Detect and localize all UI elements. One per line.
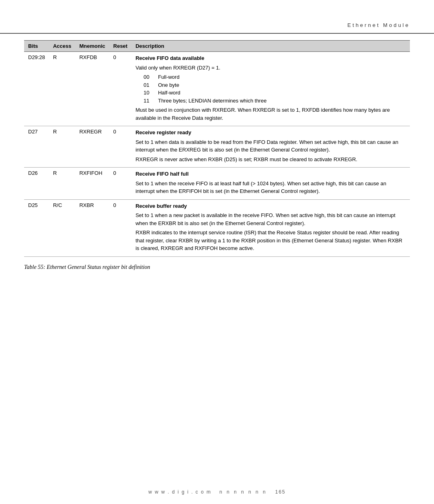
cell-description: Receive buffer readySet to 1 when a new … <box>131 199 410 256</box>
cell-description: Receive FIFO data availableValid only wh… <box>131 52 410 126</box>
cell-mnemonic: RXFDB <box>75 52 109 126</box>
page-header: Ethernet Module <box>0 0 434 34</box>
cell-bits: D25 <box>24 199 49 256</box>
col-description: Description <box>131 41 410 52</box>
col-bits: Bits <box>24 41 49 52</box>
col-reset: Reset <box>109 41 131 52</box>
table-row: D26RRXFIFOH0Receive FIFO half fullSet to… <box>24 168 410 200</box>
cell-access: R/C <box>49 199 76 256</box>
cell-access: R <box>49 52 76 126</box>
col-access: Access <box>49 41 76 52</box>
footer-page: 165 <box>275 489 286 495</box>
col-mnemonic: Mnemonic <box>75 41 109 52</box>
cell-reset: 0 <box>109 126 131 168</box>
cell-description: Receive FIFO half fullSet to 1 when the … <box>131 168 410 200</box>
cell-description: Receive register readySet to 1 when data… <box>131 126 410 168</box>
cell-mnemonic: RXREGR <box>75 126 109 168</box>
register-table: Bits Access Mnemonic Reset Description D… <box>24 40 410 257</box>
footer-website: w w w . d i g i . c o m <box>148 489 211 495</box>
footer-dots: n n n n n n n <box>219 489 267 495</box>
cell-reset: 0 <box>109 168 131 200</box>
cell-mnemonic: RXFIFOH <box>75 168 109 200</box>
table-header-row: Bits Access Mnemonic Reset Description <box>24 41 410 52</box>
cell-bits: D26 <box>24 168 49 200</box>
cell-reset: 0 <box>109 199 131 256</box>
header-title: Ethernet Module <box>348 22 410 28</box>
cell-mnemonic: RXBR <box>75 199 109 256</box>
main-content: Bits Access Mnemonic Reset Description D… <box>24 40 410 472</box>
cell-access: R <box>49 126 76 168</box>
cell-bits: D27 <box>24 126 49 168</box>
cell-access: R <box>49 168 76 200</box>
table-row: D25R/CRXBR0Receive buffer readySet to 1 … <box>24 199 410 256</box>
table-caption: Table 55: Ethernet General Status regist… <box>24 264 410 270</box>
table-row: D29:28RRXFDB0Receive FIFO data available… <box>24 52 410 126</box>
table-row: D27RRXREGR0Receive register readySet to … <box>24 126 410 168</box>
cell-bits: D29:28 <box>24 52 49 126</box>
cell-reset: 0 <box>109 52 131 126</box>
page-footer: w w w . d i g i . c o m n n n n n n n 16… <box>0 480 434 504</box>
